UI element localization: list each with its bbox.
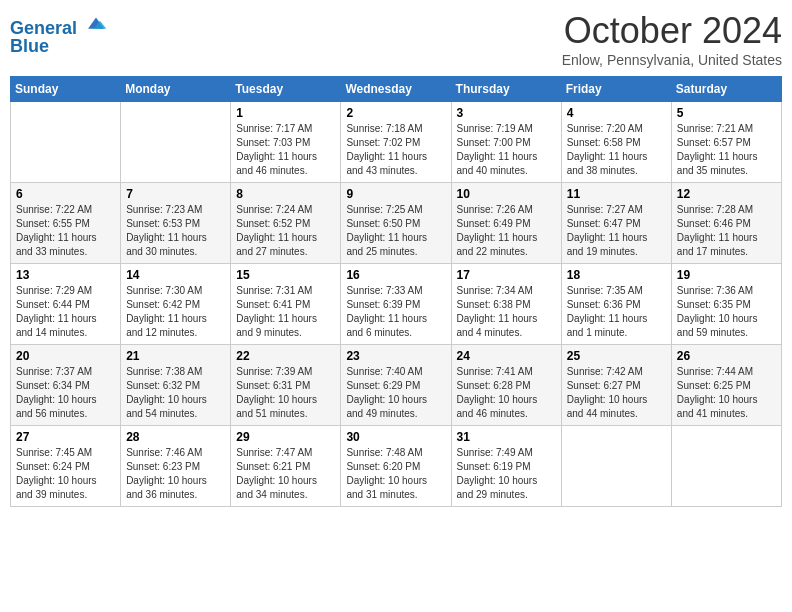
day-info: Sunrise: 7:47 AM Sunset: 6:21 PM Dayligh… [236, 446, 335, 502]
day-number: 22 [236, 349, 335, 363]
calendar-cell: 10Sunrise: 7:26 AM Sunset: 6:49 PM Dayli… [451, 183, 561, 264]
weekday-header-wednesday: Wednesday [341, 77, 451, 102]
day-info: Sunrise: 7:19 AM Sunset: 7:00 PM Dayligh… [457, 122, 556, 178]
day-number: 6 [16, 187, 115, 201]
calendar-cell: 19Sunrise: 7:36 AM Sunset: 6:35 PM Dayli… [671, 264, 781, 345]
day-number: 29 [236, 430, 335, 444]
weekday-header-sunday: Sunday [11, 77, 121, 102]
day-info: Sunrise: 7:18 AM Sunset: 7:02 PM Dayligh… [346, 122, 445, 178]
day-number: 7 [126, 187, 225, 201]
calendar-cell [121, 102, 231, 183]
day-number: 31 [457, 430, 556, 444]
calendar-cell: 21Sunrise: 7:38 AM Sunset: 6:32 PM Dayli… [121, 345, 231, 426]
logo-icon [84, 14, 108, 34]
calendar-cell: 2Sunrise: 7:18 AM Sunset: 7:02 PM Daylig… [341, 102, 451, 183]
day-info: Sunrise: 7:42 AM Sunset: 6:27 PM Dayligh… [567, 365, 666, 421]
day-info: Sunrise: 7:17 AM Sunset: 7:03 PM Dayligh… [236, 122, 335, 178]
day-info: Sunrise: 7:45 AM Sunset: 6:24 PM Dayligh… [16, 446, 115, 502]
day-number: 25 [567, 349, 666, 363]
calendar-cell: 11Sunrise: 7:27 AM Sunset: 6:47 PM Dayli… [561, 183, 671, 264]
day-number: 21 [126, 349, 225, 363]
day-info: Sunrise: 7:36 AM Sunset: 6:35 PM Dayligh… [677, 284, 776, 340]
day-info: Sunrise: 7:20 AM Sunset: 6:58 PM Dayligh… [567, 122, 666, 178]
day-info: Sunrise: 7:24 AM Sunset: 6:52 PM Dayligh… [236, 203, 335, 259]
day-info: Sunrise: 7:46 AM Sunset: 6:23 PM Dayligh… [126, 446, 225, 502]
calendar-cell [11, 102, 121, 183]
day-info: Sunrise: 7:30 AM Sunset: 6:42 PM Dayligh… [126, 284, 225, 340]
calendar-cell: 24Sunrise: 7:41 AM Sunset: 6:28 PM Dayli… [451, 345, 561, 426]
day-number: 9 [346, 187, 445, 201]
day-info: Sunrise: 7:40 AM Sunset: 6:29 PM Dayligh… [346, 365, 445, 421]
calendar-cell: 27Sunrise: 7:45 AM Sunset: 6:24 PM Dayli… [11, 426, 121, 507]
day-number: 26 [677, 349, 776, 363]
logo-blue: Blue [10, 37, 108, 57]
day-number: 27 [16, 430, 115, 444]
day-info: Sunrise: 7:49 AM Sunset: 6:19 PM Dayligh… [457, 446, 556, 502]
calendar-cell: 13Sunrise: 7:29 AM Sunset: 6:44 PM Dayli… [11, 264, 121, 345]
calendar-cell: 12Sunrise: 7:28 AM Sunset: 6:46 PM Dayli… [671, 183, 781, 264]
calendar-cell: 28Sunrise: 7:46 AM Sunset: 6:23 PM Dayli… [121, 426, 231, 507]
calendar-cell: 1Sunrise: 7:17 AM Sunset: 7:03 PM Daylig… [231, 102, 341, 183]
logo: General Blue [10, 14, 108, 57]
day-number: 15 [236, 268, 335, 282]
day-number: 20 [16, 349, 115, 363]
calendar-cell: 29Sunrise: 7:47 AM Sunset: 6:21 PM Dayli… [231, 426, 341, 507]
day-info: Sunrise: 7:44 AM Sunset: 6:25 PM Dayligh… [677, 365, 776, 421]
day-info: Sunrise: 7:21 AM Sunset: 6:57 PM Dayligh… [677, 122, 776, 178]
day-number: 12 [677, 187, 776, 201]
day-number: 8 [236, 187, 335, 201]
calendar-cell: 23Sunrise: 7:40 AM Sunset: 6:29 PM Dayli… [341, 345, 451, 426]
weekday-header-thursday: Thursday [451, 77, 561, 102]
calendar-cell: 25Sunrise: 7:42 AM Sunset: 6:27 PM Dayli… [561, 345, 671, 426]
calendar-cell: 6Sunrise: 7:22 AM Sunset: 6:55 PM Daylig… [11, 183, 121, 264]
day-info: Sunrise: 7:39 AM Sunset: 6:31 PM Dayligh… [236, 365, 335, 421]
week-row-4: 20Sunrise: 7:37 AM Sunset: 6:34 PM Dayli… [11, 345, 782, 426]
calendar-cell: 17Sunrise: 7:34 AM Sunset: 6:38 PM Dayli… [451, 264, 561, 345]
day-info: Sunrise: 7:48 AM Sunset: 6:20 PM Dayligh… [346, 446, 445, 502]
calendar-cell: 15Sunrise: 7:31 AM Sunset: 6:41 PM Dayli… [231, 264, 341, 345]
calendar-cell: 20Sunrise: 7:37 AM Sunset: 6:34 PM Dayli… [11, 345, 121, 426]
calendar-cell: 22Sunrise: 7:39 AM Sunset: 6:31 PM Dayli… [231, 345, 341, 426]
day-number: 5 [677, 106, 776, 120]
calendar-cell: 9Sunrise: 7:25 AM Sunset: 6:50 PM Daylig… [341, 183, 451, 264]
day-info: Sunrise: 7:29 AM Sunset: 6:44 PM Dayligh… [16, 284, 115, 340]
day-info: Sunrise: 7:25 AM Sunset: 6:50 PM Dayligh… [346, 203, 445, 259]
weekday-header-monday: Monday [121, 77, 231, 102]
day-info: Sunrise: 7:35 AM Sunset: 6:36 PM Dayligh… [567, 284, 666, 340]
weekday-header-saturday: Saturday [671, 77, 781, 102]
day-number: 13 [16, 268, 115, 282]
calendar-cell: 3Sunrise: 7:19 AM Sunset: 7:00 PM Daylig… [451, 102, 561, 183]
calendar-cell: 30Sunrise: 7:48 AM Sunset: 6:20 PM Dayli… [341, 426, 451, 507]
day-number: 1 [236, 106, 335, 120]
day-info: Sunrise: 7:27 AM Sunset: 6:47 PM Dayligh… [567, 203, 666, 259]
calendar-cell: 18Sunrise: 7:35 AM Sunset: 6:36 PM Dayli… [561, 264, 671, 345]
day-info: Sunrise: 7:28 AM Sunset: 6:46 PM Dayligh… [677, 203, 776, 259]
week-row-5: 27Sunrise: 7:45 AM Sunset: 6:24 PM Dayli… [11, 426, 782, 507]
weekday-header-friday: Friday [561, 77, 671, 102]
day-number: 30 [346, 430, 445, 444]
day-number: 14 [126, 268, 225, 282]
day-info: Sunrise: 7:34 AM Sunset: 6:38 PM Dayligh… [457, 284, 556, 340]
weekday-header-tuesday: Tuesday [231, 77, 341, 102]
calendar-cell: 31Sunrise: 7:49 AM Sunset: 6:19 PM Dayli… [451, 426, 561, 507]
day-info: Sunrise: 7:23 AM Sunset: 6:53 PM Dayligh… [126, 203, 225, 259]
calendar-cell: 14Sunrise: 7:30 AM Sunset: 6:42 PM Dayli… [121, 264, 231, 345]
week-row-3: 13Sunrise: 7:29 AM Sunset: 6:44 PM Dayli… [11, 264, 782, 345]
day-info: Sunrise: 7:41 AM Sunset: 6:28 PM Dayligh… [457, 365, 556, 421]
title-section: October 2024 Enlow, Pennsylvania, United… [562, 10, 782, 68]
calendar-cell: 16Sunrise: 7:33 AM Sunset: 6:39 PM Dayli… [341, 264, 451, 345]
day-number: 10 [457, 187, 556, 201]
calendar-table: SundayMondayTuesdayWednesdayThursdayFrid… [10, 76, 782, 507]
location: Enlow, Pennsylvania, United States [562, 52, 782, 68]
day-number: 3 [457, 106, 556, 120]
day-info: Sunrise: 7:33 AM Sunset: 6:39 PM Dayligh… [346, 284, 445, 340]
day-number: 17 [457, 268, 556, 282]
day-number: 23 [346, 349, 445, 363]
day-number: 24 [457, 349, 556, 363]
calendar-cell [671, 426, 781, 507]
month-title: October 2024 [562, 10, 782, 52]
calendar-cell [561, 426, 671, 507]
day-number: 11 [567, 187, 666, 201]
calendar-cell: 26Sunrise: 7:44 AM Sunset: 6:25 PM Dayli… [671, 345, 781, 426]
week-row-1: 1Sunrise: 7:17 AM Sunset: 7:03 PM Daylig… [11, 102, 782, 183]
